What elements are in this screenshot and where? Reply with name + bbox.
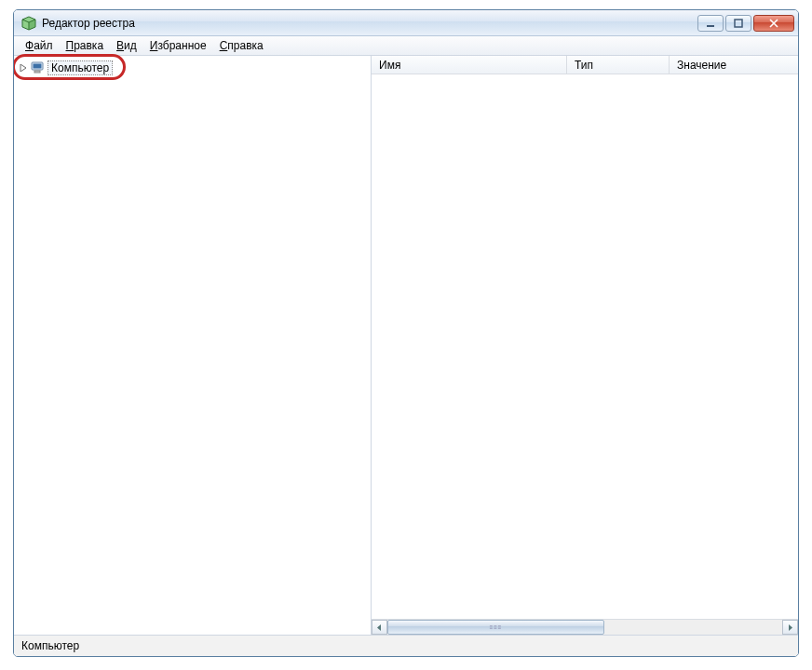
svg-rect-10 <box>34 71 40 73</box>
chevron-left-icon <box>376 624 383 631</box>
column-value[interactable]: Значение <box>670 56 798 74</box>
maximize-button[interactable] <box>725 15 751 32</box>
window-buttons <box>697 15 798 32</box>
menu-edit[interactable]: Правка <box>61 37 110 54</box>
svg-marker-11 <box>377 624 381 631</box>
column-name[interactable]: Имя <box>372 56 567 74</box>
window-title: Редактор реестра <box>42 17 697 30</box>
computer-icon <box>31 60 46 75</box>
titlebar[interactable]: Редактор реестра <box>14 10 798 36</box>
horizontal-scrollbar[interactable]: ≡≡≡ <box>372 619 798 635</box>
minimize-icon <box>706 19 715 28</box>
app-window: Редактор реестра Файл Правка Вид Избранн… <box>13 9 799 657</box>
chevron-right-icon <box>787 624 793 631</box>
maximize-icon <box>734 19 743 28</box>
list-body[interactable] <box>372 74 798 619</box>
minimize-button[interactable] <box>697 15 724 32</box>
list-pane: Имя Тип Значение ≡≡≡ <box>372 56 798 635</box>
tree-root-label[interactable]: Компьютер <box>47 60 113 75</box>
list-header: Имя Тип Значение <box>372 56 798 74</box>
scroll-right-button[interactable] <box>782 620 798 635</box>
tree-root-item[interactable]: Компьютер <box>18 60 113 76</box>
statusbar: Компьютер <box>14 636 798 656</box>
svg-rect-4 <box>735 20 742 27</box>
svg-rect-3 <box>707 25 714 27</box>
scroll-left-button[interactable] <box>372 620 387 635</box>
tree-expander[interactable] <box>18 62 29 74</box>
statusbar-text: Компьютер <box>21 639 79 652</box>
menu-help[interactable]: Справка <box>214 37 269 54</box>
svg-rect-9 <box>34 64 42 69</box>
menu-favorites[interactable]: Избранное <box>144 37 212 54</box>
close-button[interactable] <box>753 15 794 32</box>
svg-marker-12 <box>789 624 792 631</box>
workspace: Компьютер Имя Тип Значение ≡≡≡ <box>14 56 798 636</box>
regedit-cube-icon <box>21 16 36 31</box>
svg-marker-7 <box>20 64 26 72</box>
tree-pane[interactable]: Компьютер <box>14 56 372 635</box>
scroll-track[interactable]: ≡≡≡ <box>387 620 782 635</box>
menu-file[interactable]: Файл <box>20 37 59 54</box>
close-icon <box>769 19 778 28</box>
column-type[interactable]: Тип <box>567 56 670 74</box>
menubar: Файл Правка Вид Избранное Справка <box>14 36 798 56</box>
scroll-thumb[interactable]: ≡≡≡ <box>387 620 604 635</box>
triangle-right-icon <box>20 64 27 72</box>
menu-view[interactable]: Вид <box>111 37 142 54</box>
